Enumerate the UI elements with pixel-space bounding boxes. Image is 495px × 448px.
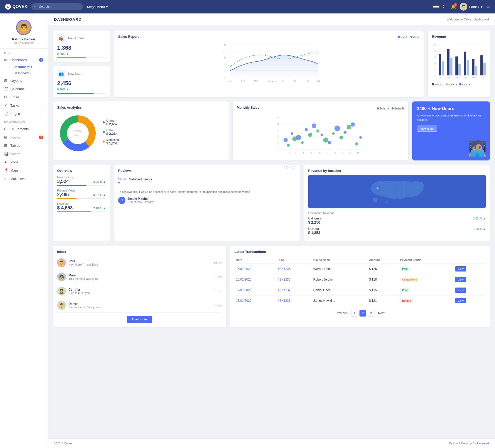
sales-report-title: Sales Report	[118, 35, 139, 39]
promo-view-more-button[interactable]: View more	[417, 126, 437, 132]
sidebar-item-pages[interactable]: 📄 Pages ›	[0, 109, 48, 118]
top-row: 📦 New Orders 1,368 0.28% ▲ 👥	[53, 31, 490, 97]
svg-point-75	[320, 134, 323, 136]
sidebar-item-tables[interactable]: ⊟ Tables ›	[0, 141, 48, 150]
sidebar-item-multi-level[interactable]: ≡ Multi Level ›	[0, 174, 48, 183]
orders-icon: 📦	[57, 34, 65, 42]
monthly-sales-chart: 18 15 12 9 6 3	[237, 114, 404, 156]
new-users-card: 👥 New Users 2,456 0.16% ▲	[53, 66, 110, 97]
svg-text:1: 1	[282, 152, 283, 154]
sidebar-menu-label: MENU	[0, 49, 48, 56]
svg-point-73	[305, 128, 308, 131]
reviews-author-avatar: J	[118, 197, 125, 204]
revenue-by-location-title: Revenue by location	[308, 169, 486, 173]
tx-status: Chargeback	[399, 274, 453, 285]
svg-text:2: 2	[289, 152, 290, 154]
svg-rect-33	[439, 54, 441, 75]
tx-billing-name: Daniel Finch	[312, 285, 368, 296]
notification-badge: 1	[454, 3, 457, 7]
users-icon: 👥	[57, 70, 65, 78]
reviews-prev-button[interactable]: ‹	[284, 164, 289, 169]
col-date: Date	[234, 256, 276, 264]
pagination-next[interactable]: Next	[376, 310, 387, 316]
svg-text:10: 10	[334, 152, 336, 154]
view-button[interactable]: View	[455, 277, 466, 282]
transactions-title: Latest Transactions	[234, 250, 486, 254]
sidebar-item-dashboard[interactable]: ⊞ Dashboard 2	[0, 56, 48, 64]
sidebar-item-ui-elements[interactable]: ⬡ UI Elements ›	[0, 125, 48, 133]
tx-amount: $ 121	[368, 296, 399, 306]
tx-status: Refund	[399, 296, 453, 306]
sidebar-item-calendar[interactable]: 📅 Calendar	[0, 85, 48, 93]
satisfied-count: 500+	[118, 177, 127, 181]
page-title: DASHBOARD	[54, 17, 82, 21]
sidebar-item-tasks[interactable]: ✓ Tasks ›	[0, 101, 48, 109]
svg-text:0: 0	[435, 75, 436, 76]
tx-actions: View	[453, 264, 486, 274]
pagination-previous[interactable]: Previous	[333, 310, 350, 316]
page-1-button[interactable]: 1	[351, 310, 358, 317]
svg-point-76	[328, 141, 331, 144]
pagination: Previous 1 2 3 Next	[234, 310, 486, 317]
reviews-title: Reviews	[118, 169, 132, 173]
sidebar-sub-item-dashboard2[interactable]: Dashboard 2	[9, 70, 48, 76]
view-button[interactable]: View	[455, 298, 466, 303]
sidebar-item-forms[interactable]: ⊞ Forms 6	[0, 133, 48, 141]
svg-text:50: 50	[224, 50, 226, 53]
svg-text:Feb: Feb	[241, 80, 245, 82]
svg-text:3: 3	[295, 152, 296, 154]
sidebar-item-maps[interactable]: 📍 Maps ›	[0, 166, 48, 174]
sidebar-sub-item-dashboard1[interactable]: Dashboard 1	[9, 64, 48, 70]
view-button[interactable]: View	[455, 288, 466, 293]
user-menu[interactable]: 👨 Patrick ▾	[460, 3, 483, 11]
sidebar-item-charts[interactable]: 📊 Charts ›	[0, 150, 48, 158]
page-header: DASHBOARD Welcome to Qovex Dashboard	[48, 13, 495, 25]
inbox-message-cynthia: 👩‍🦱 Cynthia Nice to meet you 18 min	[57, 284, 222, 298]
email-icon: ✉	[4, 95, 8, 99]
svg-point-85	[316, 129, 319, 133]
svg-text:May: May	[280, 80, 284, 82]
svg-text:60: 60	[434, 56, 437, 58]
sidebar-item-icons[interactable]: ★ Icons ›	[0, 158, 48, 166]
svg-text:40: 40	[224, 57, 226, 59]
tx-date: 18/01/2020	[234, 296, 276, 306]
tx-date: 16/01/2020	[234, 274, 276, 285]
tx-actions: View	[453, 285, 486, 296]
load-more-button[interactable]: Load more	[127, 316, 152, 323]
search-input[interactable]	[31, 3, 83, 10]
view-button[interactable]: View	[455, 266, 466, 271]
svg-rect-34	[447, 49, 449, 75]
reviews-next-button[interactable]: ›	[291, 164, 296, 169]
notification-icon[interactable]: 🔔 1	[451, 4, 456, 9]
svg-rect-38	[480, 55, 483, 76]
sidebar-item-layouts[interactable]: ⊟ Layouts ›	[0, 76, 48, 85]
tx-billing-name: Werner Berlin	[312, 264, 368, 274]
language-flag[interactable]	[433, 5, 439, 9]
monthly-sales-title: Monthly Sales	[237, 106, 259, 109]
page-3-button[interactable]: 3	[368, 310, 374, 317]
tables-icon: ⊟	[4, 143, 8, 148]
users-bar	[57, 93, 106, 94]
svg-point-79	[351, 122, 355, 127]
tx-amount: $ 125	[368, 264, 399, 274]
reviews-quote: To achieve this, it would be necessary t…	[118, 190, 296, 194]
forms-icon: ⊞	[4, 135, 8, 139]
tx-actions: View	[453, 274, 486, 285]
svg-rect-43	[475, 66, 477, 75]
tx-date: 17/01/2020	[234, 285, 276, 296]
mega-menu[interactable]: Mega Menu ▾	[87, 5, 108, 9]
svg-rect-44	[483, 63, 486, 75]
fullscreen-icon[interactable]: ⛶	[443, 4, 447, 9]
tx-billing-name: Robert Jordan	[312, 274, 368, 285]
pages-icon: 📄	[4, 112, 8, 116]
svg-point-80	[359, 136, 362, 139]
svg-text:6: 6	[278, 142, 279, 144]
svg-point-78	[343, 131, 347, 134]
page-2-button[interactable]: 2	[359, 310, 366, 317]
user-avatar: 👨	[460, 3, 467, 11]
sidebar-item-email[interactable]: ✉ Email ›	[0, 93, 48, 101]
revenue-by-location-card: Revenue by location	[304, 165, 490, 241]
settings-icon[interactable]: ⚙	[486, 4, 490, 9]
chevron-icon: ›	[43, 177, 43, 180]
col-actions	[453, 256, 486, 264]
